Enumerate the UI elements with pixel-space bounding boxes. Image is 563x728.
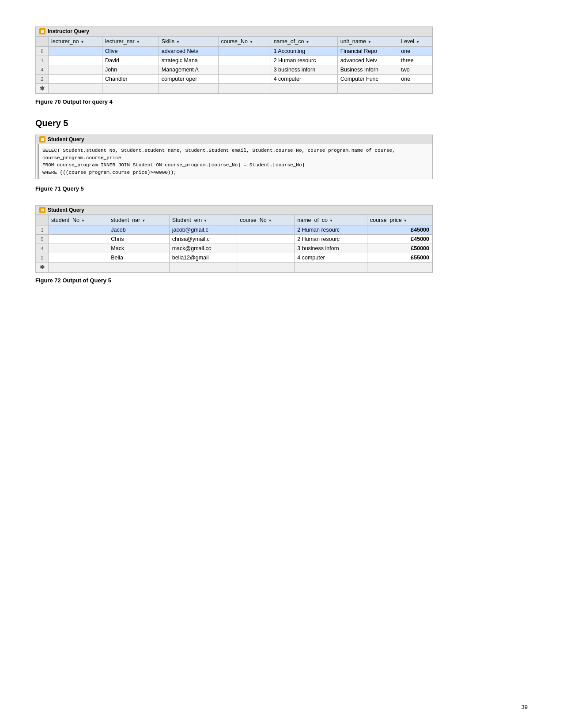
student-row-3: 4 Mack mack@gmail.cc 3 business inforn £…: [36, 244, 432, 253]
cell-new-2: [102, 84, 159, 94]
student-query-titlebar: ⊞ Student Query: [36, 135, 432, 144]
cell-new-3: [159, 84, 218, 94]
student-table-header: student_No ▼ student_nar ▼ Student_em ▼ …: [36, 215, 432, 225]
student-row-4: 2 Bella bella12@gmail 4 computer £55000: [36, 253, 432, 263]
student-table-wrapper: ⊞ Student Query student_No ▼ student_nar…: [35, 205, 433, 273]
student-table: student_No ▼ student_nar ▼ Student_em ▼ …: [36, 215, 432, 272]
student-table-title: Student Query: [48, 207, 84, 213]
row-indicator-1: 8: [36, 47, 49, 56]
student-cell-no-2: [49, 235, 108, 244]
instructor-row-4: 2 Chandler computer oper 4 computer Comp…: [36, 75, 432, 84]
student-table-titlebar: ⊞ Student Query: [36, 206, 432, 215]
col-student-name[interactable]: student_nar ▼: [108, 215, 169, 225]
student-cell-new-3: [169, 263, 237, 272]
student-cell-course-no-4: [237, 253, 295, 263]
student-row-indicator-1: 1: [36, 225, 49, 235]
student-cell-course-name-3: 3 business inforn: [295, 244, 367, 253]
cell-name-of-co-1: 1 Accounting: [271, 47, 337, 56]
row-indicator-new: ✱: [36, 84, 49, 94]
student-query-section: ⊞ Student Query SELECT Student.student_N…: [35, 135, 528, 192]
instructor-table: lecturer_no ▼ lecturer_nar ▼ Skills ▼ co…: [36, 36, 432, 94]
student-cell-name-2: Chris: [108, 235, 169, 244]
cell-skills-3: Management A: [159, 65, 218, 75]
cell-course-no-2: [218, 56, 271, 65]
student-cell-name-1: Jacob: [108, 225, 169, 235]
cell-unit-name-4: Computer Func: [337, 75, 398, 84]
student-cell-course-no-3: [237, 244, 295, 253]
student-row-indicator-3: 4: [36, 244, 49, 253]
instructor-table-title: Instructor Query: [48, 28, 89, 34]
cell-unit-name-1: Financial Repo: [337, 47, 398, 56]
cell-course-no-1: [218, 47, 271, 56]
cell-new-1: [49, 84, 102, 94]
student-cell-email-3: mack@gmail.cc: [169, 244, 237, 253]
student-query-sql: SELECT Student.student_No, Student.stude…: [38, 144, 432, 179]
cell-new-7: [398, 84, 432, 94]
cell-unit-name-2: advanced Netv: [337, 56, 398, 65]
cell-lecturer-no-3: [49, 65, 102, 75]
col-student-email[interactable]: Student_em ▼: [169, 215, 237, 225]
student-cell-price-1: £45000: [367, 225, 432, 235]
student-query-box: ⊞ Student Query SELECT Student.student_N…: [35, 135, 433, 179]
row-indicator-4: 2: [36, 75, 49, 84]
instructor-table-header: lecturer_no ▼ lecturer_nar ▼ Skills ▼ co…: [36, 37, 432, 47]
student-cell-no-4: [49, 253, 108, 263]
col-student-course-price[interactable]: course_price ▼: [367, 215, 432, 225]
cell-name-of-co-3: 3 business inforn: [271, 65, 337, 75]
instructor-row-3: 4 John Management A 3 business inforn Bu…: [36, 65, 432, 75]
instructor-table-wrapper: ⊞ Instructor Query lecturer_no ▼ lecture…: [35, 26, 433, 94]
cell-unit-name-3: Business Inforn: [337, 65, 398, 75]
cell-course-no-3: [218, 65, 271, 75]
cell-new-5: [271, 84, 337, 94]
cell-lecturer-no-1: [49, 47, 102, 56]
student-query-box-title: Student Query: [48, 136, 84, 143]
col-level[interactable]: Level ▼: [398, 37, 432, 47]
student-cell-new-5: [295, 263, 367, 272]
col-name-of-co[interactable]: name_of_co ▼: [271, 37, 337, 47]
student-row-2: 5 Chris chrisa@ymail.c 2 Human resourc £…: [36, 235, 432, 244]
instructor-query-section: ⊞ Instructor Query lecturer_no ▼ lecture…: [35, 26, 528, 105]
row-indicator-3: 4: [36, 65, 49, 75]
col-course-no[interactable]: course_No ▼: [218, 37, 271, 47]
student-cell-course-no-2: [237, 235, 295, 244]
instructor-new-row: ✱: [36, 84, 432, 94]
col-lecturer-no[interactable]: lecturer_no ▼: [49, 37, 102, 47]
figure72-caption: Figure 72 Output of Query 5: [35, 277, 528, 284]
cell-lecturer-name-3: John: [102, 65, 159, 75]
student-cell-course-name-2: 2 Human resourc: [295, 235, 367, 244]
student-cell-email-1: jacob@gmail.c: [169, 225, 237, 235]
col-unit-name[interactable]: unit_name ▼: [337, 37, 398, 47]
row-indicator-header: [36, 37, 49, 47]
col-student-name-of-co[interactable]: name_of_co ▼: [295, 215, 367, 225]
figure70-caption: Figure 70 Output for query 4: [35, 98, 528, 105]
student-row-indicator-4: 2: [36, 253, 49, 263]
student-cell-new-4: [237, 263, 295, 272]
student-db-icon: ⊞: [39, 136, 45, 143]
student-cell-name-3: Mack: [108, 244, 169, 253]
student-cell-new-6: [367, 263, 432, 272]
student-row-indicator-header: [36, 215, 49, 225]
col-student-no[interactable]: student_No ▼: [49, 215, 108, 225]
cell-level-4: one: [398, 75, 432, 84]
student-row-1: 1 Jacob jacob@gmail.c 2 Human resourc £4…: [36, 225, 432, 235]
col-skills[interactable]: Skills ▼: [159, 37, 218, 47]
student-cell-email-4: bella12@gmail: [169, 253, 237, 263]
col-lecturer-name[interactable]: lecturer_nar ▼: [102, 37, 159, 47]
student-cell-course-name-1: 2 Human resourc: [295, 225, 367, 235]
cell-lecturer-name-2: David: [102, 56, 159, 65]
student-cell-no-3: [49, 244, 108, 253]
cell-name-of-co-4: 4 computer: [271, 75, 337, 84]
cell-new-4: [218, 84, 271, 94]
student-cell-name-4: Bella: [108, 253, 169, 263]
cell-name-of-co-2: 2 Human resourc: [271, 56, 337, 65]
cell-lecturer-name-1: Olive: [102, 47, 159, 56]
student-table-section: ⊞ Student Query student_No ▼ student_nar…: [35, 205, 528, 284]
student-cell-email-2: chrisa@ymail.c: [169, 235, 237, 244]
student-cell-course-no-1: [237, 225, 295, 235]
instructor-row-1: 8 Olive advanced Netv 1 Accounting Finan…: [36, 47, 432, 56]
student-cell-price-3: £50000: [367, 244, 432, 253]
cell-skills-2: strategic Mana: [159, 56, 218, 65]
col-student-course-no[interactable]: course_No ▼: [237, 215, 295, 225]
cell-level-1: one: [398, 47, 432, 56]
cell-level-2: three: [398, 56, 432, 65]
